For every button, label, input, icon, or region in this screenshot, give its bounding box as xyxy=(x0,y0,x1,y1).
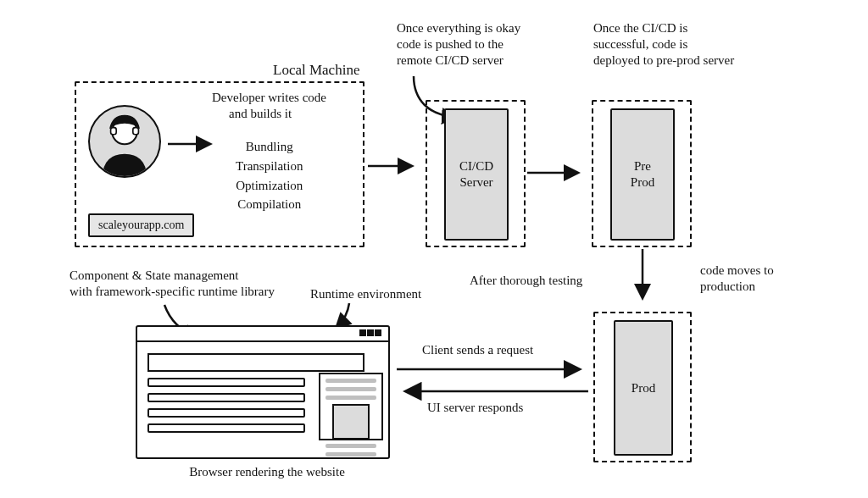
browser-viewport xyxy=(137,342,388,445)
browser-window-icon xyxy=(136,325,390,459)
component-state-note: Component & State management with framew… xyxy=(70,268,275,300)
svg-rect-2 xyxy=(133,128,139,135)
arrow-local-to-ci xyxy=(368,158,420,179)
build-steps-list: Bundling Transpilation Optimization Comp… xyxy=(236,136,303,216)
browser-content-line xyxy=(147,408,305,418)
after-testing-note: After thorough testing xyxy=(470,273,582,289)
prod-group: Prod xyxy=(593,312,692,462)
developer-avatar-icon xyxy=(88,105,161,178)
arrow-client-to-server xyxy=(397,362,588,380)
preprod-server-box: Pre Prod xyxy=(610,108,675,241)
browser-content-line xyxy=(147,393,305,402)
arrow-preprod-to-prod xyxy=(634,249,651,313)
local-machine-group: Developer writes code and builds it Bund… xyxy=(75,81,364,247)
browser-sidebar-image xyxy=(332,404,370,440)
browser-content-line xyxy=(147,378,305,387)
ci-note: Once everything is okay code is pushed t… xyxy=(397,20,520,68)
build-step: Bundling xyxy=(236,139,303,155)
browser-header-bar xyxy=(147,353,364,372)
server-response-label: UI server responds xyxy=(427,400,523,416)
preprod-group: Pre Prod xyxy=(592,100,692,247)
build-step: Compilation xyxy=(236,196,303,213)
browser-sidebar xyxy=(319,373,383,440)
moves-to-prod-note: code moves to production xyxy=(700,263,774,295)
prod-server-box: Prod xyxy=(614,320,673,456)
developer-writes-code-label: Developer writes code and builds it xyxy=(212,90,326,122)
client-request-label: Client sends a request xyxy=(422,342,533,358)
local-machine-title: Local Machine xyxy=(273,61,359,79)
browser-content-line xyxy=(147,423,305,433)
build-step: Optimization xyxy=(236,178,303,194)
runtime-env-note: Runtime environment xyxy=(310,286,421,302)
ci-cd-group: CI/CD Server xyxy=(426,100,526,247)
svg-rect-1 xyxy=(111,128,117,135)
ci-cd-server-box: CI/CD Server xyxy=(444,108,509,241)
arrow-avatar-to-build xyxy=(168,136,219,157)
browser-titlebar xyxy=(137,327,388,342)
build-step: Transpilation xyxy=(236,158,303,174)
site-badge: scaleyourapp.com xyxy=(88,213,194,237)
arrow-ci-to-preprod xyxy=(527,164,588,185)
browser-caption: Browser rendering the website xyxy=(161,464,373,480)
preprod-note: Once the CI/CD is successful, code is de… xyxy=(593,20,734,68)
